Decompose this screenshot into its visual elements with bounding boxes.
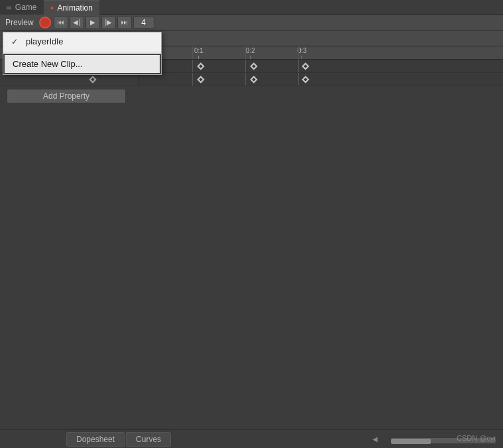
clip-option-playerIdle-label: playerIdle	[26, 36, 63, 46]
keyframe-diamond[interactable]	[197, 62, 204, 70]
ruler-mark-0-1-label: 0:1	[194, 47, 203, 54]
bottom-bar: Dopesheet Curves ◀ CSDN @cyr	[0, 429, 503, 448]
timeline-scrollbar-thumb[interactable]	[391, 439, 431, 444]
keyframe-diamond[interactable]	[302, 62, 309, 70]
vline-1	[192, 46, 193, 59]
dopesheet-tab[interactable]: Dopesheet	[66, 432, 125, 447]
ruler-mark-0-3: 0:3	[298, 47, 307, 59]
game-icon: ∞	[7, 3, 12, 11]
vline-kf2-2	[245, 73, 246, 85]
tab-bar: ∞ Game ● Animation	[0, 0, 503, 15]
keyframe-diamond[interactable]	[302, 76, 309, 83]
frame-input[interactable]: 4	[133, 17, 154, 28]
keyframe-diamond[interactable]	[250, 62, 257, 70]
csdn-watermark: CSDN @cyr	[457, 434, 496, 442]
skip-to-end-button[interactable]: ⏭	[117, 16, 132, 29]
ruler-mark-0-2: 0:2	[246, 47, 255, 59]
toolbar: Preview ⏮ ◀| ▶ |▶ ⏭ 4	[0, 15, 503, 30]
ruler-line-0-1	[198, 56, 199, 59]
next-frame-button[interactable]: |▶	[101, 16, 116, 29]
curves-tab[interactable]: Curves	[126, 432, 171, 447]
kf-row-2-timeline	[139, 73, 503, 85]
vline-kf2-1	[192, 73, 193, 85]
vline-kf3	[298, 60, 299, 72]
animation-icon: ●	[50, 4, 54, 11]
vline-3	[298, 46, 299, 59]
create-new-clip-label: Create New Clip...	[13, 59, 82, 69]
keyframe-row-2	[0, 73, 503, 86]
check-icon: ✓	[11, 37, 21, 46]
record-button[interactable]	[39, 17, 51, 28]
vline-kf1	[192, 60, 193, 72]
ruler-line-0-2	[250, 56, 251, 59]
tab-game-label: Game	[15, 3, 37, 12]
ruler-line-0-3	[302, 56, 302, 59]
clip-dropdown-menu: ✓ playerIdle Create New Clip...	[3, 32, 162, 75]
tab-game[interactable]: ∞ Game	[0, 0, 44, 15]
scroll-left-arrow[interactable]: ◀	[370, 430, 380, 449]
play-button[interactable]: ▶	[85, 16, 100, 29]
prev-frame-button[interactable]: ◀|	[70, 16, 84, 29]
timeline-ruler: 0:0 0:1 0:2 0:3	[139, 46, 503, 59]
tab-animation-label: Animation	[58, 3, 93, 13]
tab-animation[interactable]: ● Animation	[44, 0, 99, 15]
keyframe-diamond[interactable]	[197, 76, 204, 83]
create-new-clip-button[interactable]: Create New Clip...	[3, 54, 161, 74]
kf-row-1-timeline	[139, 60, 503, 72]
bottom-tabs: Dopesheet Curves	[66, 432, 171, 447]
ruler-mark-0-1: 0:1	[194, 47, 203, 59]
preview-label: Preview	[3, 18, 36, 27]
ruler-mark-0-3-label: 0:3	[298, 47, 307, 54]
vline-kf2-3	[298, 73, 299, 85]
ruler-mark-0-2-label: 0:2	[246, 47, 255, 54]
clip-option-playerIdle[interactable]: ✓ playerIdle	[3, 32, 161, 50]
vline-2	[245, 46, 246, 59]
dropdown-divider	[3, 52, 161, 52]
add-property-button[interactable]: Add Property	[7, 89, 126, 103]
keyframe-diamond[interactable]	[250, 76, 257, 83]
vline-kf2	[245, 60, 246, 72]
skip-to-start-button[interactable]: ⏮	[54, 16, 68, 29]
